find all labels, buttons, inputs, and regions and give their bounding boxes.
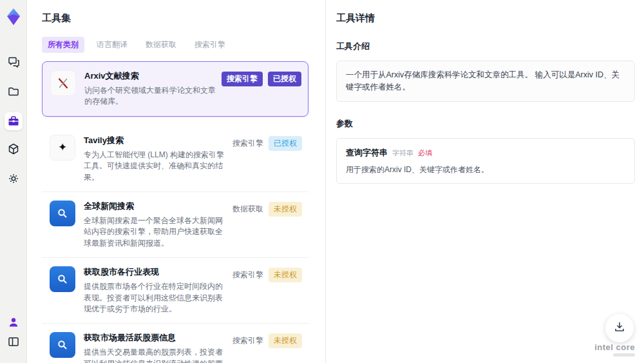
category-label: 搜索引擎	[232, 270, 263, 280]
sparkle-icon: ✦	[50, 135, 75, 161]
tool-detail-pane: 工具详情 工具介绍 一个用于从Arxiv存储库搜索科学论文和文章的工具。 输入可…	[336, 0, 635, 184]
download-button[interactable]	[605, 314, 634, 342]
params-heading: 参数	[336, 118, 635, 130]
tool-name: 获取股市各行业表现	[84, 266, 227, 278]
tab-data-acquisition[interactable]: 数据获取	[140, 37, 182, 53]
app-logo	[5, 8, 22, 26]
user-icon	[7, 316, 20, 329]
toolbox-icon	[7, 115, 20, 128]
sidebar-item-settings[interactable]	[5, 170, 23, 188]
detail-title: 工具详情	[336, 12, 635, 25]
intel-core-logo: intel core	[594, 342, 635, 357]
param-description: 用于搜索的Arxiv ID、关键字或作者姓名。	[346, 164, 625, 175]
arxiv-logo	[50, 70, 76, 96]
param-type: 字符串	[392, 148, 413, 159]
tool-description: 全球新闻搜索是一个聚合全球各大新闻网站内容的搜索引擎，帮助用户快速获取全球最新资…	[84, 215, 227, 249]
tool-card-arxiv[interactable]: Arxiv文献搜索 访问各个研究领域大量科学论文和文章的存储库。 搜索引擎 已授…	[42, 61, 308, 117]
panel-divider	[325, 0, 326, 363]
param-name: 查询字符串	[346, 146, 388, 159]
auth-status-badge: 未授权	[269, 202, 302, 217]
auth-status-badge: 已授权	[269, 136, 302, 151]
sidebar-item-files[interactable]	[5, 83, 23, 101]
tab-all-categories[interactable]: 所有类别	[42, 37, 84, 53]
category-tabs: 所有类别 语言翻译 数据获取 搜索引擎	[42, 37, 320, 53]
panel-toggle-icon	[7, 335, 20, 348]
tool-name: Arxiv文献搜索	[84, 70, 216, 82]
tool-card-sector-performance[interactable]: 获取股市各行业表现 提供股票市场各个行业在特定时间段内的表现。投资者可以利用这些…	[42, 258, 308, 324]
category-label: 搜索引擎	[232, 138, 263, 149]
gear-icon	[7, 172, 20, 185]
tool-card-list: Arxiv文献搜索 访问各个研究领域大量科学论文和文章的存储库。 搜索引擎 已授…	[42, 61, 308, 363]
tool-card-active-stocks[interactable]: 获取市场最活跃股票信息 提供当天交易量最高的股票列表，投资者可以利用这些信息来识…	[42, 324, 308, 363]
param-required-flag: 必填	[418, 148, 432, 159]
tool-description: 提供当天交易量最高的股票列表，投资者可以利用这些信息来识别流动性强的股票和潜在的…	[84, 347, 227, 363]
tab-language-translation[interactable]: 语言翻译	[91, 37, 133, 53]
sidebar-item-collapse[interactable]	[5, 333, 23, 351]
sidebar-item-tools[interactable]	[5, 112, 23, 130]
category-label: 数据获取	[232, 204, 263, 215]
main-area: 工具集 所有类别 语言翻译 数据获取 搜索引擎 Arxiv文献搜索 访问各个研究…	[27, 0, 644, 363]
category-label: 搜索引擎	[232, 335, 263, 346]
auth-status-badge: 已授权	[268, 72, 301, 86]
brand-text: intel core	[594, 342, 635, 352]
tool-description: 访问各个研究领域大量科学论文和文章的存储库。	[84, 85, 216, 108]
tool-name: Tavily搜索	[84, 135, 227, 146]
tool-list-pane: 工具集 所有类别 语言翻译 数据获取 搜索引擎 Arxiv文献搜索 访问各个研究…	[42, 0, 320, 363]
blue-search-icon	[50, 332, 75, 358]
auth-status-badge: 未授权	[269, 268, 302, 282]
sidebar-rail	[0, 0, 27, 363]
category-badge: 搜索引擎	[222, 72, 263, 86]
blue-search-icon	[50, 201, 75, 226]
tool-card-global-news[interactable]: 全球新闻搜索 全球新闻搜索是一个聚合全球各大新闻网站内容的搜索引擎，帮助用户快速…	[42, 192, 308, 258]
chat-icon	[7, 55, 20, 68]
tool-name: 获取市场最活跃股票信息	[84, 332, 227, 344]
tab-search-engine[interactable]: 搜索引擎	[189, 37, 231, 53]
download-icon	[613, 320, 626, 336]
intro-box: 一个用于从Arxiv存储库搜索科学论文和文章的工具。 输入可以是Arxiv ID…	[336, 61, 635, 102]
sidebar-item-models[interactable]	[5, 140, 23, 158]
sidebar-item-account[interactable]	[5, 313, 23, 331]
blue-search-icon	[50, 266, 75, 292]
cube-icon	[7, 142, 20, 155]
parameter-card: 查询字符串 字符串 必填 用于搜索的Arxiv ID、关键字或作者姓名。	[336, 138, 635, 184]
brand-subline	[613, 353, 635, 357]
tool-card-tavily[interactable]: ✦ Tavily搜索 专为人工智能代理 (LLM) 构建的搜索引擎工具。可快速提…	[42, 126, 308, 192]
tool-name: 全球新闻搜索	[84, 201, 227, 212]
folder-icon	[7, 85, 20, 98]
page-title: 工具集	[42, 12, 320, 25]
auth-status-badge: 未授权	[269, 333, 302, 348]
tool-description: 专为人工智能代理 (LLM) 构建的搜索引擎工具。可快速提供实时、准确和真实的结…	[84, 150, 227, 183]
intro-heading: 工具介绍	[336, 41, 635, 52]
tool-description: 提供股票市场各个行业在特定时间段内的表现。投资者可以利用这些信息来识别表现优于或…	[84, 281, 227, 315]
sidebar-item-chat[interactable]	[5, 53, 23, 71]
